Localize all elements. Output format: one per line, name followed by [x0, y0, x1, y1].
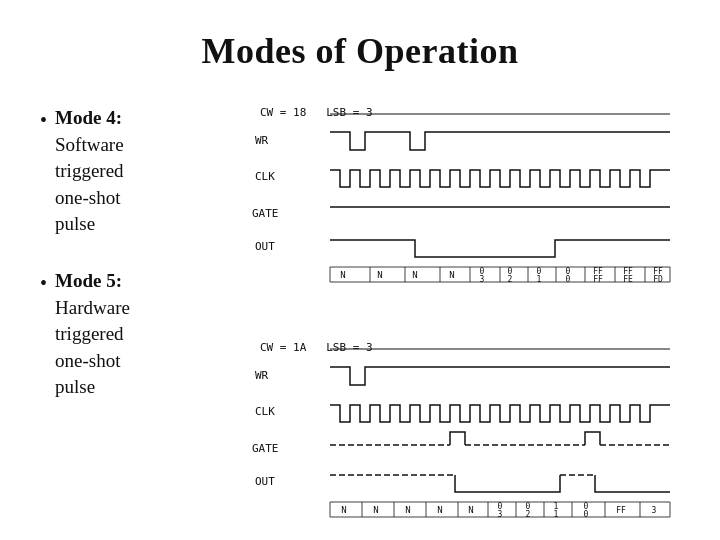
content-area: • Mode 4: Softwaretriggeredone-shotpulse… [40, 100, 680, 540]
svg-text:CLK: CLK [255, 405, 275, 418]
svg-text:2: 2 [526, 510, 531, 519]
svg-text:N: N [412, 270, 417, 280]
mode4-desc: Softwaretriggeredone-shotpulse [55, 134, 124, 235]
svg-text:OUT: OUT [255, 240, 275, 253]
mode4-label: Mode 4: [55, 107, 122, 128]
diagram-mode5: CW = 1A LSB = 3 WR CLK GATE [250, 335, 680, 540]
mode5-desc: Hardwaretriggeredone-shotpulse [55, 297, 130, 398]
svg-text:GATE: GATE [252, 207, 279, 220]
svg-text:N: N [377, 270, 382, 280]
svg-text:WR: WR [255, 369, 269, 382]
svg-text:3: 3 [652, 506, 657, 515]
svg-text:CLK: CLK [255, 170, 275, 183]
svg-text:N: N [449, 270, 454, 280]
mode5-text: Mode 5: Hardwaretriggeredone-shotpulse [55, 268, 130, 401]
mode4-text: Mode 4: Softwaretriggeredone-shotpulse [55, 105, 124, 238]
bullet-1: • [40, 107, 47, 134]
slide-title: Modes of Operation [40, 30, 680, 72]
svg-text:N: N [405, 505, 410, 515]
svg-text:OUT: OUT [255, 475, 275, 488]
slide: Modes of Operation • Mode 4: Softwaretri… [0, 0, 720, 540]
modes-list: • Mode 4: Softwaretriggeredone-shotpulse… [40, 105, 230, 431]
svg-text:FE: FE [623, 275, 633, 284]
diagram4-svg: CW = 18 LSB = 3 WR CLK GATE [250, 100, 680, 319]
svg-text:FD: FD [653, 275, 663, 284]
svg-text:N: N [468, 505, 473, 515]
svg-text:FF: FF [616, 506, 626, 515]
svg-text:N: N [373, 505, 378, 515]
svg-text:0: 0 [584, 510, 589, 519]
svg-text:CW = 1A   LSB = 3: CW = 1A LSB = 3 [260, 341, 373, 354]
svg-text:3: 3 [480, 275, 485, 284]
svg-text:WR: WR [255, 134, 269, 147]
list-item-mode4: • Mode 4: Softwaretriggeredone-shotpulse [40, 105, 230, 238]
svg-text:1: 1 [537, 275, 542, 284]
svg-text:N: N [437, 505, 442, 515]
diagram-mode4: CW = 18 LSB = 3 WR CLK GATE [250, 100, 680, 319]
svg-text:N: N [341, 505, 346, 515]
svg-text:FF: FF [593, 275, 603, 284]
bullet-2: • [40, 270, 47, 297]
diagrams-column: CW = 18 LSB = 3 WR CLK GATE [250, 100, 680, 540]
mode5-label: Mode 5: [55, 270, 122, 291]
text-column: • Mode 4: Softwaretriggeredone-shotpulse… [40, 100, 230, 540]
svg-text:N: N [340, 270, 345, 280]
svg-text:0: 0 [566, 275, 571, 284]
svg-text:3: 3 [498, 510, 503, 519]
list-item-mode5: • Mode 5: Hardwaretriggeredone-shotpulse [40, 268, 230, 401]
svg-text:CW = 18   LSB = 3: CW = 18 LSB = 3 [260, 106, 373, 119]
diagram5-svg: CW = 1A LSB = 3 WR CLK GATE [250, 335, 680, 540]
svg-text:2: 2 [508, 275, 513, 284]
svg-text:1: 1 [554, 510, 559, 519]
svg-text:GATE: GATE [252, 442, 279, 455]
